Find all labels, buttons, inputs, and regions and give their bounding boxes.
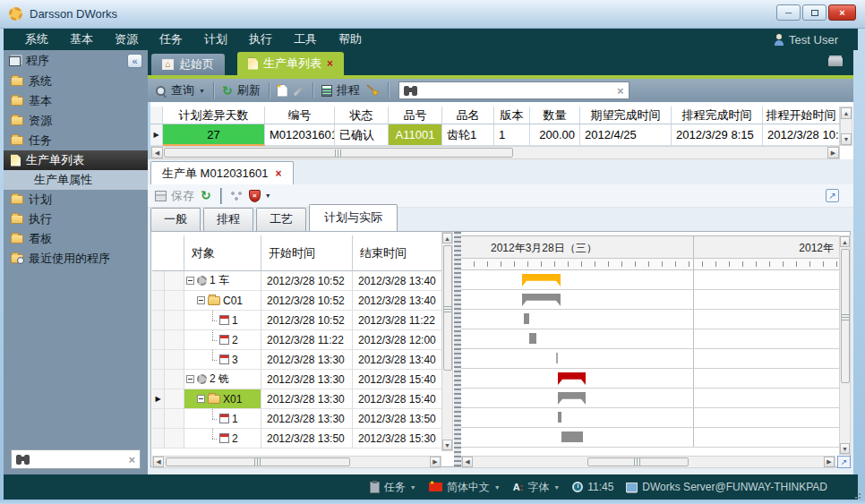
- scroll-left-icon[interactable]: ◀: [462, 457, 473, 467]
- gantt-bar-task-8[interactable]: [561, 431, 583, 442]
- status-item-1[interactable]: 简体中文▼: [429, 480, 501, 495]
- doc-tab-close-icon[interactable]: ×: [276, 167, 282, 180]
- grid-column-header-9[interactable]: 排程开始时间: [763, 107, 840, 124]
- grid-column-header-2[interactable]: 状态: [335, 107, 389, 124]
- gantt-bar-summary-5[interactable]: [558, 372, 586, 385]
- gantt-bar-summary-0[interactable]: [522, 274, 561, 286]
- scroll-right-icon[interactable]: ▶: [430, 457, 441, 467]
- tree-row-2[interactable]: 12012/3/28 10:522012/3/28 11:22: [152, 311, 454, 330]
- gantt-bar-summary-1[interactable]: [522, 294, 561, 306]
- production-order-doc-tab[interactable]: 生产单 M012031601 ×: [150, 161, 294, 184]
- subtab-schedule[interactable]: 排程: [203, 208, 253, 231]
- sidebar-collapse-button[interactable]: «: [127, 54, 142, 68]
- sidebar-item-1[interactable]: 基本: [4, 91, 148, 111]
- scrollbar-thumb[interactable]: [166, 457, 350, 466]
- printer-icon[interactable]: [828, 57, 843, 66]
- collapse-expander-icon[interactable]: [197, 395, 205, 403]
- tree-row-4[interactable]: 32012/3/28 13:302012/3/28 13:40: [152, 350, 454, 370]
- grid-column-header-0[interactable]: 计划差异天数: [163, 107, 265, 124]
- menu-item-0[interactable]: 系统: [14, 29, 59, 50]
- menu-item-6[interactable]: 工具: [283, 29, 328, 50]
- sidebar-item-2[interactable]: 资源: [4, 111, 148, 131]
- tree-row-0[interactable]: 1 车2012/3/28 10:522012/3/28 13:40: [152, 271, 454, 291]
- menu-item-3[interactable]: 任务: [149, 29, 193, 50]
- scrollbar-thumb[interactable]: [443, 245, 452, 371]
- sidebar-item-6[interactable]: 计划: [4, 190, 148, 209]
- scroll-up-icon[interactable]: ▲: [442, 233, 452, 243]
- menu-item-4[interactable]: 计划: [193, 29, 238, 50]
- scrollbar-thumb[interactable]: [587, 457, 689, 466]
- tab-home[interactable]: ⌂ 起始页: [151, 54, 225, 75]
- clear-search-icon[interactable]: ×: [128, 453, 135, 466]
- menu-item-5[interactable]: 执行: [238, 29, 283, 50]
- scroll-down-icon[interactable]: ▼: [442, 440, 452, 450]
- tree-row-1[interactable]: C012012/3/28 10:522012/3/28 13:40: [152, 291, 454, 311]
- gantt-bar-summary-6[interactable]: [558, 392, 586, 405]
- save-button[interactable]: 保存: [155, 188, 194, 204]
- splitter-handle[interactable]: [454, 232, 461, 466]
- restore-button[interactable]: [802, 4, 826, 21]
- tree-row-8[interactable]: 22012/3/28 13:502012/3/28 15:30: [152, 429, 454, 448]
- sidebar-item-8[interactable]: 看板: [4, 229, 148, 249]
- new-record-button[interactable]: [278, 85, 287, 97]
- status-item-3[interactable]: 11:45: [572, 481, 613, 493]
- sidebar-search-input[interactable]: [34, 453, 124, 466]
- scroll-up-icon[interactable]: ▲: [840, 236, 850, 247]
- menu-item-7[interactable]: 帮助: [328, 29, 373, 50]
- sidebar-item-0[interactable]: 系统: [4, 72, 148, 91]
- scroll-left-icon[interactable]: ◀: [153, 457, 164, 467]
- schedule-button[interactable]: 排程: [321, 82, 360, 98]
- sidebar-item-3[interactable]: 任务: [4, 131, 148, 150]
- close-button[interactable]: ×: [828, 4, 856, 21]
- tree-row-5[interactable]: 2 铣2012/3/28 13:302012/3/28 15:40: [152, 370, 454, 389]
- subtab-process[interactable]: 工艺: [256, 208, 306, 231]
- expand-gantt-icon[interactable]: ↗: [837, 456, 851, 468]
- status-item-0[interactable]: 任务▼: [370, 480, 416, 495]
- link-tasks-icon[interactable]: [230, 191, 243, 201]
- grid-column-header-3[interactable]: 品号: [389, 107, 442, 124]
- open-external-icon[interactable]: ↗: [826, 189, 839, 202]
- gantt-bar-task-3[interactable]: [529, 333, 536, 344]
- query-button[interactable]: 查询 ▼: [155, 82, 205, 98]
- scroll-down-icon[interactable]: ▼: [840, 443, 850, 454]
- subtab-plan-vs-actual[interactable]: 计划与实际: [309, 204, 398, 231]
- collapse-expander-icon[interactable]: [186, 375, 194, 383]
- gantt-vertical-scrollbar[interactable]: ▲ ▼: [839, 235, 851, 455]
- scrollbar-thumb[interactable]: [164, 148, 513, 158]
- grid-column-header-6[interactable]: 数量: [530, 107, 580, 124]
- scroll-left-icon[interactable]: ◀: [151, 147, 163, 158]
- gantt-bar-task-2[interactable]: [524, 313, 529, 324]
- tree-row-7[interactable]: 12012/3/28 13:302012/3/28 13:50: [152, 409, 454, 429]
- grid-column-header-5[interactable]: 版本: [494, 107, 530, 124]
- menu-item-1[interactable]: 基本: [59, 29, 104, 50]
- sidebar-item-5[interactable]: 生产单属性: [4, 170, 148, 190]
- tree-row-3[interactable]: 22012/3/28 11:222012/3/28 12:00: [152, 330, 454, 350]
- clear-search-icon[interactable]: ×: [617, 84, 624, 98]
- collapse-expander-icon[interactable]: [197, 296, 205, 304]
- gantt-horizontal-scrollbar[interactable]: ◀ ▶: [461, 456, 835, 468]
- gantt-bar-task-7[interactable]: [558, 412, 561, 423]
- scroll-right-icon[interactable]: ▶: [827, 147, 839, 158]
- grid-horizontal-scrollbar[interactable]: ◀ ▶: [150, 146, 840, 159]
- gantt-bar-task-4[interactable]: [556, 353, 558, 363]
- subtab-general[interactable]: 一般: [150, 208, 201, 231]
- grid-column-header-4[interactable]: 品名: [442, 107, 494, 124]
- grid-column-header-1[interactable]: 编号: [265, 107, 335, 124]
- collapse-expander-icon[interactable]: [186, 277, 194, 285]
- sidebar-item-4[interactable]: 生产单列表: [4, 150, 148, 170]
- tree-vertical-scrollbar[interactable]: ▲ ▼: [441, 232, 453, 451]
- validate-button[interactable]: × ▼: [249, 190, 271, 202]
- grid-vertical-scrollbar[interactable]: ▲ ▼: [840, 107, 852, 146]
- grid-column-header-7[interactable]: 期望完成时间: [580, 107, 672, 124]
- refresh-button[interactable]: ↻ 刷新: [222, 82, 261, 98]
- minimize-button[interactable]: ─: [776, 4, 801, 21]
- grid-data-row[interactable]: ▶27M012031601已确认A11001齿轮11200.002012/4/2…: [150, 124, 840, 146]
- sidebar-item-9[interactable]: 最近使用的程序: [4, 249, 148, 269]
- edit-button[interactable]: [294, 85, 304, 95]
- tree-horizontal-scrollbar[interactable]: ◀ ▶: [152, 456, 441, 468]
- broom-icon[interactable]: [365, 84, 380, 97]
- status-item-4[interactable]: DWorks Server@FUNWAY-THINKPAD: [626, 481, 827, 493]
- tab-production-order-list[interactable]: 生产单列表 ×: [237, 52, 344, 75]
- user-badge[interactable]: Test User: [774, 33, 838, 47]
- sidebar-item-7[interactable]: 执行: [4, 209, 148, 229]
